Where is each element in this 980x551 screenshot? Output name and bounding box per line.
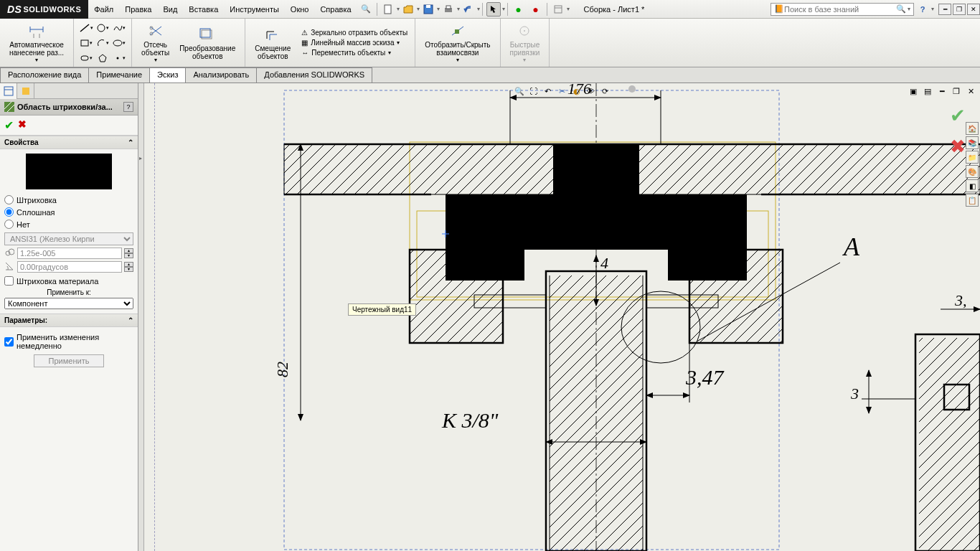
corner-icon-2[interactable]: ▤	[921, 85, 934, 98]
zoom-prev-icon[interactable]: ↶	[542, 85, 555, 98]
save-icon[interactable]	[421, 2, 435, 17]
close-button[interactable]: ✕	[967, 4, 980, 15]
ok-button[interactable]: ✔	[4, 118, 14, 132]
print-icon[interactable]	[441, 2, 456, 17]
slot-tool-icon[interactable]: ▾	[78, 51, 94, 65]
taskpane-appear-icon[interactable]: ◧	[966, 179, 979, 192]
rect-tool-icon[interactable]: ▾	[78, 36, 94, 50]
new-doc-icon[interactable]	[381, 2, 395, 17]
snaps-label: Быстрые привязки	[510, 41, 540, 57]
taskpane-explorer-icon[interactable]: 📁	[966, 151, 979, 164]
confirm-ok-icon[interactable]: ✔	[950, 105, 966, 127]
offset-button[interactable]: Смещение объектов	[250, 24, 296, 62]
tab-sketch[interactable]: Эскиз	[149, 67, 186, 83]
linear-pattern-button[interactable]: ▦Линейный массив эскиза▾	[298, 38, 410, 47]
apply-to-select[interactable]: Компонент	[4, 298, 133, 309]
config-tab-icon[interactable]	[17, 83, 34, 99]
corner-min-icon[interactable]: ━	[936, 85, 948, 98]
line-tool-icon[interactable]: ▾	[78, 21, 94, 35]
apply-immediate-checkbox[interactable]	[4, 337, 14, 347]
minimize-button[interactable]: ━	[938, 4, 951, 15]
quick-snaps-button[interactable]: Быстрые привязки ▾	[505, 20, 545, 65]
hatch-radio[interactable]: Штриховка	[4, 194, 133, 206]
corner-max-icon[interactable]: ❐	[950, 85, 963, 98]
corner-close-icon[interactable]: ✕	[964, 85, 977, 98]
undo-icon[interactable]	[461, 2, 476, 17]
display-style-icon[interactable]: ◐	[570, 85, 583, 98]
zoom-area-icon[interactable]: ⛶	[527, 85, 540, 98]
apply-button[interactable]: Применить	[34, 354, 105, 367]
menu-tools[interactable]: Инструменты	[224, 0, 285, 18]
tab-addins[interactable]: Добавления SOLIDWORKS	[256, 67, 372, 83]
angle-input[interactable]	[17, 261, 122, 273]
maximize-button[interactable]: ❐	[953, 4, 966, 15]
convert-button[interactable]: Преобразование объектов	[174, 24, 240, 62]
menu-view[interactable]: Вид	[157, 0, 183, 18]
properties-header[interactable]: Свойства ⌃	[0, 136, 138, 149]
search-help-icon[interactable]: 🔍	[359, 2, 373, 17]
polygon-tool-icon[interactable]	[95, 51, 110, 65]
menu-insert[interactable]: Вставка	[183, 0, 224, 18]
tab-analyze[interactable]: Анализировать	[185, 67, 257, 83]
options-icon[interactable]	[551, 2, 565, 17]
menu-help[interactable]: Справка	[314, 0, 357, 18]
spline-tool-icon[interactable]: ▾	[111, 21, 127, 35]
search-input[interactable]	[784, 5, 896, 14]
hide-show-icon[interactable]: 👁	[585, 85, 598, 98]
point-tool-icon[interactable]: ▾	[111, 51, 127, 65]
material-hatch-check[interactable]: Штриховка материала	[4, 275, 133, 287]
help-icon[interactable]: ?	[915, 2, 930, 17]
scale-spinner[interactable]: ▴▾	[124, 248, 133, 258]
taskpane-home-icon[interactable]: 🏠	[966, 122, 979, 135]
pattern-select[interactable]: ANSI31 (Железо Кирпи	[4, 232, 133, 245]
feature-tree-tab-icon[interactable]	[0, 83, 17, 99]
tab-annotate[interactable]: Примечание	[88, 67, 150, 83]
rebuild-icon[interactable]: ●	[512, 2, 526, 17]
show-hide-relations-button[interactable]: Отобразить/Скрыть взаимосвязи ▾	[420, 20, 495, 65]
splitter[interactable]: ▸	[138, 83, 144, 551]
zoom-fit-icon[interactable]: 🔍	[513, 85, 526, 98]
taskpane-palette-icon[interactable]: 🎨	[966, 165, 979, 178]
none-radio[interactable]: Нет	[4, 218, 133, 230]
trim-button[interactable]: Отсечь объекты ▾	[136, 20, 174, 65]
arc-tool-icon[interactable]: ▾	[95, 36, 110, 50]
solid-radio[interactable]: Сплошная	[4, 206, 133, 218]
taskpane-prop-icon[interactable]: 📋	[966, 194, 979, 207]
panel-help-button[interactable]: ?	[123, 102, 133, 112]
menu-edit[interactable]: Правка	[119, 0, 157, 18]
move-label: Переместить объекты	[311, 49, 385, 57]
menu-window[interactable]: Окно	[285, 0, 315, 18]
drawing-canvas[interactable]: 🔍 ⛶ ↶ ✂ ◐ 👁 ⟳ ▣ ▤ ━ ❐ ✕ ✔ ✖ 🏠 📚 📁 🎨 ◧ 📋	[144, 83, 980, 551]
select-icon[interactable]	[486, 2, 501, 17]
material-hatch-checkbox[interactable]	[4, 276, 14, 286]
collapse-icon[interactable]: ⌃	[128, 316, 133, 324]
tab-layout[interactable]: Расположение вида	[0, 67, 89, 83]
taskpane-lib-icon[interactable]: 📚	[966, 136, 979, 149]
ellipse-tool-icon[interactable]: ▾	[111, 36, 127, 50]
cancel-button-icon[interactable]: ✖	[18, 118, 27, 132]
search-submit-icon[interactable]: 🔍	[896, 4, 906, 14]
relations-icon	[449, 22, 466, 39]
circle-tool-icon[interactable]: ▾	[95, 21, 110, 35]
collapse-icon[interactable]: ⌃	[128, 138, 133, 146]
menu-file[interactable]: Файл	[88, 0, 119, 18]
corner-icon-1[interactable]: ▣	[907, 85, 920, 98]
mirror-button[interactable]: ⚠Зеркально отразить объекты	[298, 28, 410, 37]
section-view-icon[interactable]: ✂	[556, 85, 569, 98]
params-header[interactable]: Параметры: ⌃	[0, 314, 138, 327]
rebuild-red-icon[interactable]: ●	[529, 2, 543, 17]
auto-dimension-button[interactable]: Автоматическое нанесение раз... ▾	[4, 20, 69, 65]
search-box[interactable]: 📙 🔍 ▾	[771, 3, 914, 16]
open-icon[interactable]	[401, 2, 415, 17]
scale-input[interactable]	[17, 248, 122, 259]
none-radio-input[interactable]	[4, 220, 14, 229]
angle-spinner[interactable]: ▴▾	[124, 262, 133, 272]
confirm-cancel-icon[interactable]: ✖	[950, 136, 966, 158]
apply-immediate-check[interactable]: Применить изменения немедленно	[4, 331, 133, 352]
move-button[interactable]: ↔Переместить объекты▾	[298, 48, 410, 57]
confirm-corner: ✔ ✖	[950, 105, 966, 158]
solid-radio-input[interactable]	[4, 207, 14, 217]
section-label-a: A	[842, 232, 860, 261]
rotate-icon[interactable]: ⟳	[599, 85, 612, 98]
hatch-radio-input[interactable]	[4, 195, 14, 204]
